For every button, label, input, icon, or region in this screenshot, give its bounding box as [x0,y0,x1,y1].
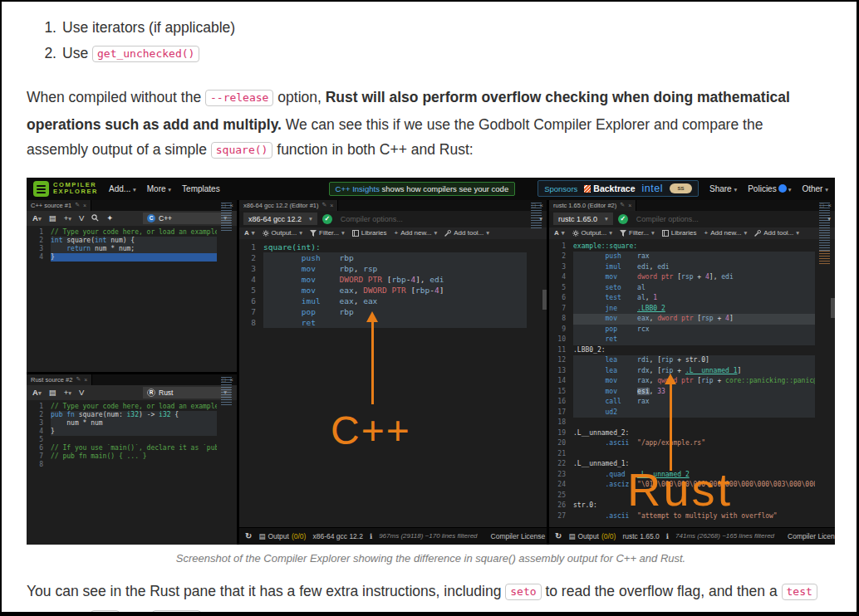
code-token: edi [657,263,669,271]
code-token [316,307,340,316]
rustc-minimap[interactable] [819,203,830,264]
code-line: 27 .ascii "attempt to multiply with over… [549,511,835,522]
add-tool-menu[interactable]: Add tool...▾ [444,229,489,237]
rust-source-editor[interactable]: 1// Type your code here, or load an exam… [27,400,237,545]
compiler-options-input[interactable]: Compiler options... [337,215,534,223]
add-tool-menu[interactable]: Add tool...▾ [754,229,799,237]
cpp-source-minimap[interactable] [221,203,232,232]
add-pane-button[interactable]: +▾ [64,388,71,397]
close-icon[interactable]: × [84,377,87,383]
libraries-button[interactable]: Libraries [352,229,387,237]
add-new-menu[interactable]: +Add new...▾ [704,229,747,237]
compiler-explorer-logo[interactable]: COMPILER EXPLORER [33,181,98,197]
recompile-icon[interactable]: ↻ [245,531,252,540]
gcc-minimap[interactable] [531,203,542,229]
output-button[interactable]: ▤Output (0/0) [568,532,616,540]
compiler-options-input[interactable]: Compiler options... [633,215,822,223]
compiler-select-gcc[interactable]: x86-64 gcc 12.2▾ [243,213,317,225]
recompile-icon[interactable]: ↻ [555,531,562,540]
save-button[interactable]: ▤ [49,388,56,397]
vim-mode-button[interactable]: V [79,388,84,397]
funnel-icon [310,230,317,237]
code-token: ret [302,318,316,327]
compiler-select-rustc[interactable]: rustc 1.65.0▾ [553,213,613,225]
code-token [629,481,637,488]
menu-policies[interactable]: Policies▾ [748,184,791,193]
filter-menu[interactable]: Filter...▾ [310,229,345,237]
font-size-button[interactable]: A▾ [32,388,42,397]
output-button[interactable]: ▤Output (0/0) [258,532,306,540]
vim-mode-button[interactable]: V [79,213,84,222]
gcc-scrollbar[interactable] [542,290,547,310]
search-icon[interactable] [91,214,99,222]
compiler-license-link[interactable]: Compiler License [788,532,835,540]
code-token: al [637,284,645,291]
rust-source-tabbar: Rust source #2 ✎ × □× [27,374,237,385]
rustc-scrollbar[interactable] [831,298,835,318]
language-select-rust[interactable]: R Rust ▾ [143,387,231,398]
info-icon[interactable]: ℹ [370,532,372,540]
save-button[interactable]: ▤ [49,213,56,222]
close-icon[interactable]: × [330,203,333,208]
close-icon[interactable]: × [83,203,86,208]
menu-other[interactable]: Other ▾ [802,184,828,193]
cpp-source-editor[interactable]: 1// Type your code here, or load an exam… [27,226,237,372]
asm-label-link[interactable]: .LBB0_2 [637,305,665,312]
font-size-button[interactable]: A▾ [32,213,42,222]
tab-gcc-output[interactable]: x86-64 gcc 12.2 (Editor #1) ✎ × [239,200,338,211]
edit-icon[interactable]: ✎ [76,376,81,383]
code-token: dword ptr [657,315,693,322]
menu-add[interactable]: Add... ▾ [109,184,136,193]
code-token: [ [694,377,702,384]
code-token: // If you use `main()`, declare it as `p… [51,444,217,452]
chevron-down-icon: ▾ [68,215,71,222]
code-line: 15 mov esi, 33 [549,387,835,398]
tab-rustc-output[interactable]: rustc 1.65.0 (Editor #2) ✎ × [549,200,636,211]
cpp-insights-banner[interactable]: C++ Insights shows how compilers see you… [329,182,516,196]
rust-source-minimap[interactable] [221,377,232,405]
gcc-assembly-editor[interactable]: 1square(int):2 push rbp3 mov rbp, rsp4 m… [239,239,547,527]
add-new-menu[interactable]: +Add new...▾ [394,229,437,237]
edit-icon[interactable]: ✎ [75,202,80,208]
language-select-cpp[interactable]: C C++ ▾ [143,213,231,224]
font-size-button[interactable]: A▾ [554,229,565,237]
menu-templates[interactable]: Templates [182,184,220,193]
book-icon [662,230,669,237]
output-menu[interactable]: Output...▾ [572,229,612,237]
libraries-button[interactable]: Libraries [662,229,697,237]
asm-label-link[interactable]: .L__unnamed_1 [685,367,738,374]
compiler-license-link[interactable]: Compiler License [491,532,546,540]
code-token: mov [302,286,316,295]
font-size-button[interactable]: A▾ [244,229,255,237]
close-icon[interactable]: × [628,203,631,208]
tab-cpp-source[interactable]: C++ source #1 ✎ × [27,200,91,211]
rustc-assembly-editor[interactable]: 1example::square:2 push rax3 imul edi, e… [549,239,835,527]
code-token: ], [709,273,721,281]
menu-share[interactable]: Share ▾ [709,184,737,193]
backtrace-logo[interactable]: Backtrace [584,183,635,193]
code-token: imul [606,263,621,271]
menu-more[interactable]: More ▾ [147,184,171,193]
code-token: str.0: [573,501,597,509]
wrench-icon [444,230,451,237]
intel-logo[interactable]: intel [642,183,663,194]
info-icon[interactable]: ℹ [666,532,669,540]
tools-extra-icon[interactable]: ✦ [106,213,113,222]
edit-icon[interactable]: ✎ [620,202,625,208]
asm-label-link[interactable]: .L__unnamed_2 [637,471,690,478]
code-token: core::panicking::panic@GOTPCREL [725,377,815,384]
filter-menu[interactable]: Filter...▾ [620,229,655,237]
code-token: lea [606,356,617,364]
line-number: 27 [549,511,573,522]
code-token: mov [606,377,617,384]
code-token: ] [439,286,444,295]
code-token: rdi [637,356,649,364]
solid-sands-logo[interactable]: SS [670,183,692,193]
output-menu[interactable]: Output...▾ [263,229,302,237]
gcc-assembly-pane: x86-64 gcc 12.2 (Editor #1) ✎ × □× x86-6… [239,200,547,545]
add-pane-button[interactable]: +▾ [64,213,71,222]
line-number: 8 [239,317,263,328]
code-token: esi [637,388,649,395]
tab-rust-source[interactable]: Rust source #2 ✎ × [27,374,92,385]
edit-icon[interactable]: ✎ [322,202,326,208]
